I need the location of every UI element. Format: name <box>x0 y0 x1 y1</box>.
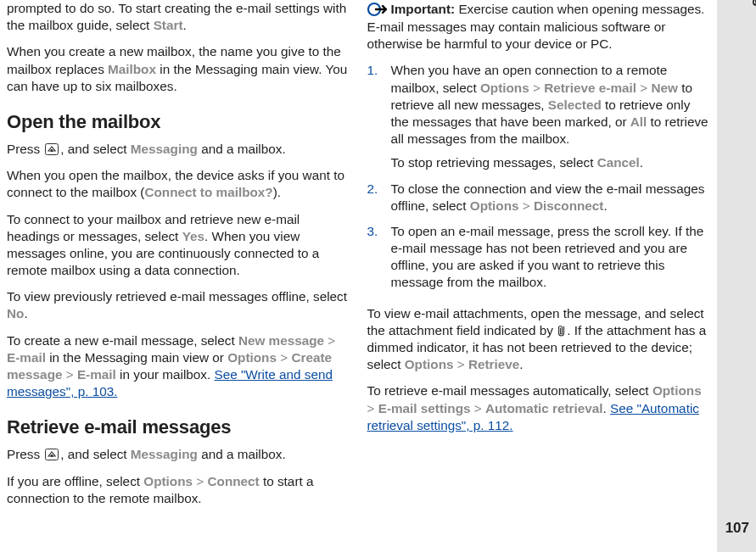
ui-word-retrieve: Retrieve <box>468 357 519 371</box>
breadcrumb-sep: > <box>66 367 74 382</box>
text: . <box>24 306 27 321</box>
ui-word-options: Options <box>470 198 519 213</box>
important-icon <box>367 0 388 19</box>
text: and a mailbox. <box>198 142 286 156</box>
left-column: prompted to do so. To start creating the… <box>7 0 349 544</box>
page-number: 107 <box>725 520 749 537</box>
ui-word-all: All <box>630 114 647 129</box>
ui-word-no: No <box>7 306 24 321</box>
page-content: prompted to do so. To start creating the… <box>0 0 717 552</box>
intro-paragraph-1: prompted to do so. To start creating the… <box>7 0 349 34</box>
breadcrumb-sep: > <box>457 357 465 371</box>
home-key-icon <box>45 143 59 155</box>
ui-word-selected: Selected <box>548 98 602 112</box>
heading-open-mailbox: Open the mailbox <box>7 109 349 134</box>
text: To stop retrieving messages, select <box>391 155 597 170</box>
ui-word-options: Options <box>227 350 277 365</box>
ui-word-options: Options <box>480 81 529 95</box>
text: . <box>182 18 186 32</box>
open-paragraph-5: To create a new e-mail message, select N… <box>7 332 349 401</box>
text: Press <box>7 447 43 461</box>
retrieve-paragraph-1: Press , and select Messaging and a mailb… <box>7 446 349 463</box>
text: . <box>519 357 523 371</box>
step-2: To close the connection and view the e-m… <box>367 181 709 215</box>
step-1: When you have an open connection to a re… <box>367 62 709 171</box>
breadcrumb-sep: > <box>533 81 540 95</box>
breadcrumb-sep: > <box>280 350 288 365</box>
breadcrumb-sep: > <box>474 401 482 415</box>
open-paragraph-4: To view previously retrieved e-mail mess… <box>7 288 349 322</box>
breadcrumb-sep: > <box>640 81 647 95</box>
ui-word-options: Options <box>405 357 454 371</box>
text: . <box>603 198 607 213</box>
text: in your mailbox. <box>116 367 215 382</box>
text: Press <box>7 142 43 156</box>
ui-word-email: E-mail <box>7 350 46 365</box>
breadcrumb-sep: > <box>523 198 530 213</box>
side-tab: Messaging 107 <box>717 0 756 552</box>
text: , and select <box>60 142 130 156</box>
auto-retrieval-paragraph: To retrieve e-mail messages automaticall… <box>367 382 709 434</box>
paperclip-icon <box>557 324 567 337</box>
heading-retrieve-email: Retrieve e-mail messages <box>7 415 349 439</box>
ui-word-retrieve-email: Retrieve e-mail <box>544 81 636 95</box>
attachments-paragraph: To view e-mail attachments, open the mes… <box>367 305 709 374</box>
ui-word-connect-to-mailbox: Connect to mailbox? <box>144 185 272 199</box>
text: and a mailbox. <box>198 447 286 461</box>
svg-rect-1 <box>51 149 53 152</box>
text: To retrieve e-mail messages automaticall… <box>367 383 652 398</box>
svg-rect-3 <box>51 454 53 457</box>
ui-word-email-settings: E-mail settings <box>378 401 471 415</box>
ui-word-start: Start <box>154 18 183 32</box>
ui-word-mailbox: Mailbox <box>108 62 156 76</box>
text: . <box>603 401 611 415</box>
ui-word-messaging: Messaging <box>131 142 198 156</box>
ui-word-yes: Yes <box>182 229 204 243</box>
ui-word-new: New <box>651 81 677 95</box>
intro-paragraph-2: When you create a new mailbox, the name … <box>7 43 349 95</box>
text: To view previously retrieved e-mail mess… <box>7 289 347 304</box>
open-paragraph-2: When you open the mailbox, the device as… <box>7 167 349 201</box>
home-key-icon <box>45 449 59 460</box>
text: , and select <box>60 447 130 461</box>
text: To create a new e-mail message, select <box>7 333 238 348</box>
important-label: Important: <box>391 2 459 16</box>
text: in the Messaging main view or <box>46 350 227 365</box>
ui-word-connect: Connect <box>208 474 260 488</box>
text: To open an e-mail message, press the scr… <box>391 224 704 290</box>
right-column: Important: Exercise caution when opening… <box>367 0 709 544</box>
open-paragraph-3: To connect to your mailbox and retrieve … <box>7 211 349 280</box>
ui-word-cancel: Cancel <box>597 155 640 170</box>
text: . <box>640 155 643 170</box>
ui-word-disconnect: Disconnect <box>534 198 603 213</box>
breadcrumb-sep: > <box>196 474 204 488</box>
step-1-sub: To stop retrieving messages, select Canc… <box>391 154 709 171</box>
ui-word-options: Options <box>652 383 702 398</box>
text: ). <box>273 185 281 199</box>
ui-word-options: Options <box>143 474 193 488</box>
ui-word-automatic-retrieval: Automatic retrieval <box>485 401 603 415</box>
numbered-steps: When you have an open connection to a re… <box>367 62 709 299</box>
open-paragraph-1: Press , and select Messaging and a mailb… <box>7 141 349 158</box>
important-note: Important: Exercise caution when opening… <box>367 0 709 53</box>
ui-word-email: E-mail <box>77 367 116 382</box>
ui-word-messaging: Messaging <box>131 447 198 461</box>
retrieve-paragraph-2: If you are offline, select Options > Con… <box>7 473 349 507</box>
section-label: Messaging <box>751 0 756 7</box>
breadcrumb-sep: > <box>328 333 335 348</box>
ui-word-new-message: New message <box>238 333 324 348</box>
step-3: To open an e-mail message, press the scr… <box>367 223 709 292</box>
text: If you are offline, select <box>7 474 143 488</box>
